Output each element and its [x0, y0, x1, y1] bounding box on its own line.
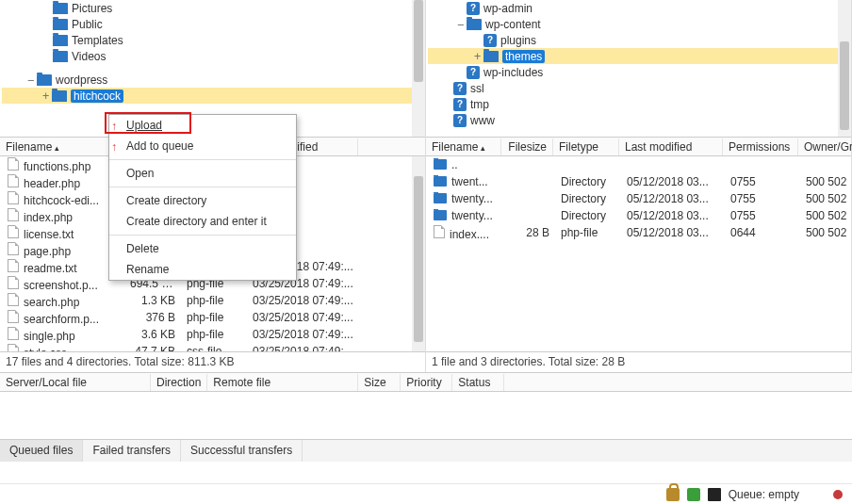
col-server-local[interactable]: Server/Local file [0, 374, 151, 391]
tree-node[interactable]: ?ssl [428, 80, 849, 96]
col-status[interactable]: Status [452, 374, 504, 391]
scrollbar[interactable] [412, 0, 425, 137]
file-icon [8, 157, 19, 171]
menu-rename[interactable]: Rename [109, 259, 296, 280]
file-row[interactable]: twenty... Directory 05/12/2018 03... 075… [426, 207, 851, 224]
question-icon: ? [467, 2, 480, 15]
tree-node[interactable]: +themes [428, 48, 849, 64]
tree-label: hitchcock [71, 89, 123, 103]
tab-queued[interactable]: Queued files [0, 440, 83, 462]
file-name: license.txt [24, 228, 74, 241]
upload-arrow-icon: ↑ [111, 140, 123, 152]
col-priority[interactable]: Priority [401, 374, 452, 391]
file-owner: 500 502 [800, 209, 851, 222]
file-row[interactable]: index.... 28 B php-file 05/12/2018 03...… [426, 224, 851, 241]
expand-icon[interactable]: + [40, 90, 52, 102]
local-status: 17 files and 4 directories. Total size: … [0, 351, 425, 372]
tree-node[interactable]: ?wp-admin [428, 0, 849, 16]
file-name: index.... [450, 228, 489, 241]
file-icon [8, 276, 19, 289]
col-filesize[interactable]: Filesize [501, 138, 553, 155]
tree-node[interactable]: Public [2, 16, 423, 32]
tree-label: Videos [72, 50, 106, 63]
expand-icon[interactable]: + [471, 51, 483, 62]
scrollbar[interactable] [838, 0, 851, 137]
file-icon [8, 208, 19, 221]
file-name: search.php [24, 296, 79, 309]
col-filename[interactable]: Filename [0, 138, 123, 155]
file-size: 28 B [503, 226, 555, 239]
tab-successful[interactable]: Successful transfers [181, 440, 303, 462]
tab-failed[interactable]: Failed transfers [83, 440, 181, 462]
menu-delete[interactable]: Delete [109, 238, 296, 259]
tree-node[interactable]: ?wp-includes [428, 64, 849, 80]
col-filename[interactable]: Filename [426, 138, 501, 155]
col-filetype[interactable]: Filetype [553, 138, 619, 155]
question-icon: ? [453, 98, 467, 111]
scrollbar[interactable] [412, 156, 425, 351]
col-direction[interactable]: Direction [151, 374, 207, 391]
keyboard-icon [708, 488, 721, 501]
menu-upload[interactable]: ↑ Upload [109, 115, 296, 136]
tree-node[interactable]: ?www [428, 112, 849, 128]
queue-status: Queue: empty [729, 488, 799, 501]
file-row[interactable]: searchform.p... 376 B php-file 03/25/201… [0, 309, 425, 326]
file-row[interactable]: style.css 47.7 KB css-file 03/25/2018 07… [0, 343, 425, 351]
col-owner[interactable]: Owner/Grou [798, 138, 852, 155]
remote-tree[interactable]: ?wp-admin−wp-content?plugins+themes?wp-i… [426, 0, 851, 137]
tree-label: tmp [470, 98, 489, 111]
file-icon [8, 259, 19, 272]
folder-icon [434, 210, 447, 220]
file-row[interactable]: twent... Directory 05/12/2018 03... 0755… [426, 173, 851, 190]
tree-node[interactable]: −wordpress [2, 72, 423, 88]
tree-node[interactable]: Videos [2, 48, 423, 64]
question-icon: ? [467, 66, 480, 79]
file-type: css-file [181, 345, 247, 351]
remote-file-list[interactable]: .. twent... Directory 05/12/2018 03... 0… [426, 156, 851, 351]
file-modified: 05/12/2018 03... [621, 192, 725, 205]
file-type: php-file [555, 226, 621, 239]
file-row[interactable]: search.php 1.3 KB php-file 03/25/2018 07… [0, 292, 425, 309]
question-icon: ? [483, 34, 497, 47]
file-modified: 05/12/2018 03... [621, 175, 725, 188]
file-type: Directory [555, 209, 621, 222]
file-modified: 03/25/2018 07:49:... [247, 345, 360, 351]
menu-create-dir-enter[interactable]: Create directory and enter it [109, 211, 296, 232]
folder-icon [37, 74, 52, 86]
remote-pane: ?wp-admin−wp-content?plugins+themes?wp-i… [426, 0, 852, 372]
tree-node[interactable]: ?plugins [428, 32, 849, 48]
file-row[interactable]: .. [426, 156, 851, 173]
col-remote-file[interactable]: Remote file [207, 374, 358, 391]
lock-icon [666, 488, 680, 501]
file-icon [8, 293, 19, 306]
tree-node[interactable]: Templates [2, 32, 423, 48]
col-permissions[interactable]: Permissions [723, 138, 798, 155]
menu-open[interactable]: Open [109, 163, 296, 184]
tree-node[interactable]: ?tmp [428, 96, 849, 112]
folder-icon [434, 193, 447, 203]
file-modified: 05/12/2018 03... [621, 226, 725, 239]
col-size[interactable]: Size [358, 374, 401, 391]
collapse-icon[interactable]: − [454, 19, 467, 30]
file-icon [8, 174, 19, 187]
menu-create-dir[interactable]: Create directory [109, 190, 296, 211]
queue-body[interactable] [0, 392, 852, 439]
tree-label: Pictures [72, 2, 112, 15]
tree-label: wp-includes [483, 66, 543, 79]
tree-node[interactable]: −wp-content [428, 16, 849, 32]
file-row[interactable]: single.php 3.6 KB php-file 03/25/2018 07… [0, 326, 425, 343]
file-type: Directory [555, 192, 621, 205]
file-name: readme.txt [24, 262, 77, 275]
file-name: screenshot.p... [24, 279, 98, 292]
collapse-icon[interactable]: − [25, 74, 37, 86]
footer: Queue: empty [0, 483, 852, 504]
file-permissions: 0755 [725, 175, 800, 188]
file-row[interactable]: twenty... Directory 05/12/2018 03... 075… [426, 190, 851, 207]
tree-node-selected[interactable]: +hitchcock [2, 88, 423, 104]
menu-add-queue[interactable]: ↑ Add to queue [109, 136, 296, 156]
col-lastmod[interactable]: Last modified [619, 138, 723, 155]
folder-icon [434, 159, 447, 170]
file-icon [8, 327, 19, 340]
file-modified: 03/25/2018 07:49:... [247, 311, 360, 324]
tree-node[interactable]: Pictures [2, 0, 423, 16]
